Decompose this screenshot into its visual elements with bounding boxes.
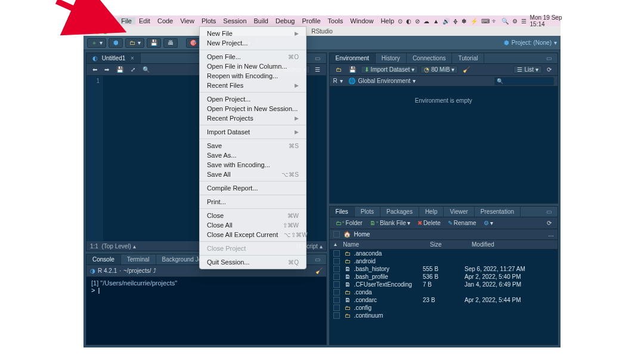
refresh-env-button[interactable]: ⟳ (544, 66, 554, 73)
menu-item[interactable]: Open Project in New Session... (200, 104, 306, 113)
file-row[interactable]: 🗎.bash_history555 BSep 6, 2022, 11:27 AM (330, 265, 558, 273)
menu-item[interactable]: Open File...⌘O (200, 52, 306, 61)
env-search-input[interactable]: 🔍 (494, 77, 554, 85)
view-mode-button[interactable]: ☰ List ▾ (513, 66, 542, 73)
tab-console[interactable]: Console (86, 254, 121, 264)
file-row[interactable]: 🗎.condarc23 BApr 2, 2022, 5:44 PM (330, 296, 558, 304)
select-all-checkbox[interactable] (333, 231, 340, 238)
menu-item[interactable]: Recent Files▶ (200, 81, 306, 90)
delete-button[interactable]: ✖Delete (415, 220, 443, 226)
control-center-icon[interactable]: ⚙ (512, 18, 518, 24)
status-icon[interactable]: ᚖ (453, 18, 458, 24)
new-project-button[interactable]: ⬢ (109, 38, 123, 48)
menu-view[interactable]: View (177, 17, 198, 24)
menu-item[interactable]: Close⌘W (200, 211, 306, 220)
tab-presentation[interactable]: Presentation (475, 207, 521, 217)
more-path-button[interactable]: … (548, 231, 554, 238)
status-icon[interactable]: ✽ (462, 18, 466, 24)
menu-item[interactable]: Compile Report... (200, 183, 306, 193)
clear-env-button[interactable]: 🧹 (460, 66, 472, 73)
status-icon[interactable]: ◐ (406, 18, 411, 24)
menu-help[interactable]: Help (377, 17, 398, 24)
tab-plots[interactable]: Plots (355, 207, 380, 217)
tab-packages[interactable]: Packages (380, 207, 419, 217)
file-row[interactable]: 🗀.conda (330, 288, 558, 296)
forward-button[interactable]: ➡ (102, 66, 112, 73)
row-checkbox[interactable] (333, 273, 340, 280)
more-button[interactable]: ⚙▾ (481, 220, 496, 226)
tab-connections[interactable]: Connections (407, 53, 453, 63)
tab-terminal[interactable]: Terminal (121, 254, 156, 264)
row-checkbox[interactable] (333, 250, 340, 257)
status-icon[interactable]: ⊙ (398, 18, 402, 24)
show-in-new-button[interactable]: ⤢ (128, 66, 138, 73)
menu-window[interactable]: Window (346, 17, 377, 24)
file-row[interactable]: 🗎.CFUserTextEncoding7 BJan 4, 2022, 6:49… (330, 281, 558, 288)
collapse-icon[interactable]: ▭ (540, 207, 558, 217)
console-cwd[interactable]: ~/projects/ (123, 267, 151, 274)
editor-tab[interactable]: ◐ Untitled1 × (86, 53, 141, 63)
menu-item[interactable]: Reopen with Encoding... (200, 71, 306, 81)
tab-history[interactable]: History (376, 53, 407, 63)
menu-item[interactable]: Recent Projects▶ (200, 113, 306, 123)
file-row[interactable]: 🗎.bash_profile536 BApr 2, 2022, 5:40 PM (330, 273, 558, 281)
mac-clock[interactable]: Mon 19 Sep 15:14 (530, 14, 564, 27)
new-blank-file-button[interactable]: 🗎⁺Blank File ▾ (367, 220, 413, 226)
collapse-icon[interactable]: ▭ (309, 254, 326, 264)
file-row[interactable]: 🗀.continuum (330, 312, 558, 319)
menu-icon[interactable]: ☰ (521, 18, 527, 24)
clear-console-icon[interactable]: 🧹 (315, 267, 323, 274)
menu-item[interactable]: Quit Session...⌘Q (200, 257, 306, 267)
row-checkbox[interactable] (333, 266, 340, 272)
row-checkbox[interactable] (333, 258, 340, 264)
find-button[interactable]: 🔍 (140, 66, 152, 73)
rename-button[interactable]: ✎Rename (445, 220, 479, 226)
tab-files[interactable]: Files (330, 207, 355, 217)
memory-indicator[interactable]: ◔80 MiB ▾ (420, 66, 458, 73)
new-folder-button[interactable]: 🗀⁺Folder (333, 220, 365, 226)
menu-item[interactable]: Print... (200, 197, 306, 207)
search-icon[interactable]: 🔍 (501, 18, 509, 24)
breadcrumb[interactable]: Home (354, 231, 370, 238)
open-file-button[interactable]: 🗀▾ (125, 38, 144, 48)
row-checkbox[interactable] (333, 304, 340, 311)
menu-tools[interactable]: Tools (324, 17, 347, 24)
menu-debug[interactable]: Debug (272, 17, 298, 24)
menu-profile[interactable]: Profile (298, 17, 324, 24)
env-scope[interactable]: Global Environment (358, 78, 410, 84)
close-tab-icon[interactable]: × (131, 55, 134, 61)
file-row[interactable]: 🗀.config (330, 304, 558, 312)
tab-environment[interactable]: Environment (330, 53, 376, 63)
menu-item[interactable]: Import Dataset▶ (200, 127, 306, 137)
status-icon[interactable]: ⚡ (470, 18, 478, 24)
console-output[interactable]: [1] "/Users/neilcurrie/projects" > (86, 277, 326, 344)
load-workspace-button[interactable]: 🗀 (333, 66, 344, 73)
status-icon[interactable]: ⌨ (481, 18, 488, 24)
new-file-button[interactable]: ＋▾ (87, 38, 106, 48)
file-row[interactable]: 🗀.anaconda (330, 250, 558, 257)
row-checkbox[interactable] (333, 297, 340, 303)
menu-edit[interactable]: Edit (135, 17, 154, 24)
tab-help[interactable]: Help (419, 207, 444, 217)
menu-item[interactable]: Save with Encoding... (200, 160, 306, 170)
outline-button[interactable]: ☰ (312, 66, 323, 73)
menu-item[interactable]: Close All Except Current⌥⇧⌘W (200, 230, 306, 239)
save-workspace-button[interactable]: 💾 (346, 66, 358, 73)
menu-item[interactable]: Save⌘S (200, 141, 306, 150)
refresh-files-button[interactable]: ⟳ (544, 220, 554, 226)
row-checkbox[interactable] (333, 289, 340, 296)
menu-item[interactable]: Open File in New Column... (200, 61, 306, 71)
status-icon[interactable]: ▲ (433, 18, 439, 24)
save-all-button[interactable]: 💾 (147, 38, 161, 48)
status-icon[interactable]: ☁ (423, 18, 429, 24)
wifi-icon[interactable]: ᯤ (492, 18, 498, 24)
file-row[interactable]: 🗀.android (330, 257, 558, 265)
menu-plots[interactable]: Plots (198, 17, 219, 24)
collapse-icon[interactable]: ▭ (540, 53, 558, 63)
row-checkbox[interactable] (333, 281, 340, 288)
menu-item[interactable]: Close All⇧⌘W (200, 220, 306, 230)
menu-item[interactable]: Save As... (200, 150, 306, 160)
back-button[interactable]: ⬅ (90, 66, 100, 73)
menu-item[interactable]: New File▶ (200, 29, 306, 38)
collapse-icon[interactable]: ▭ (309, 53, 326, 63)
